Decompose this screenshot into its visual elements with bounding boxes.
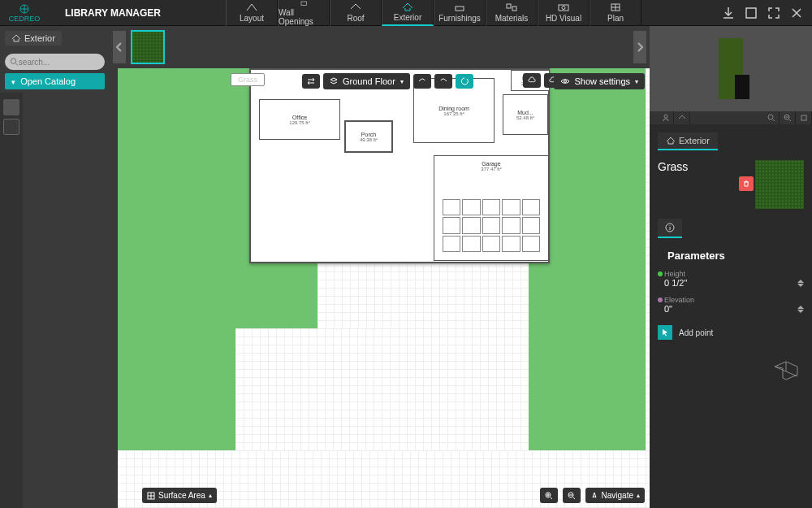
svg-point-10: [564, 80, 566, 83]
svg-point-6: [562, 7, 565, 10]
mini-tab-1[interactable]: [658, 111, 674, 124]
surface-label: Grass: [231, 73, 265, 86]
house-icon: [666, 137, 676, 145]
show-settings-button[interactable]: Show settings ▾: [554, 73, 645, 89]
height-spinner[interactable]: [797, 280, 804, 287]
zoom-out-button[interactable]: [563, 488, 581, 503]
svg-rect-2: [456, 7, 464, 11]
tool-materials[interactable]: Materials: [486, 0, 538, 26]
open-catalog-button[interactable]: ▾ Open Catalog: [5, 73, 105, 89]
height-value[interactable]: 0 1/2": [664, 278, 687, 288]
room-office[interactable]: Office129.75 ft²: [259, 99, 340, 140]
svg-rect-1: [301, 2, 307, 6]
panel-title: Grass: [658, 160, 749, 173]
app-logo[interactable]: CEDREO: [0, 0, 49, 26]
cursor-icon: [661, 328, 669, 336]
tool-exterior[interactable]: Exterior: [382, 0, 434, 26]
delete-material-button[interactable]: [739, 176, 754, 191]
panel-tab-exterior[interactable]: Exterior: [658, 132, 718, 150]
elevation-label: Elevation: [664, 296, 804, 304]
zoom-in-button[interactable]: [540, 488, 558, 503]
mini-zoom-out[interactable]: [780, 111, 796, 124]
navigate-button[interactable]: Navigate ▴: [585, 488, 645, 503]
layers-icon: [330, 77, 338, 85]
save-icon[interactable]: [744, 6, 758, 20]
floor-selector[interactable]: Ground Floor ▾: [323, 73, 410, 89]
grid-icon: [147, 492, 155, 500]
height-label: Height: [664, 270, 804, 278]
plan-preview[interactable]: [650, 26, 812, 111]
design-canvas[interactable]: Office129.75 ft² Porch49.38 ft² Dining r…: [110, 68, 650, 508]
thumb-next[interactable]: [633, 31, 646, 63]
svg-point-9: [11, 59, 15, 63]
cloud-sync-button[interactable]: [523, 73, 541, 88]
svg-rect-17: [801, 115, 806, 120]
tool-furnishings[interactable]: Furnishings: [434, 0, 486, 26]
svg-rect-3: [507, 4, 511, 8]
refresh-button[interactable]: [456, 74, 473, 89]
compass-icon: [590, 492, 598, 500]
redo-button[interactable]: [434, 74, 452, 89]
material-swatch[interactable]: [755, 160, 804, 209]
tool-plan[interactable]: Plan: [590, 0, 641, 26]
tool-roof[interactable]: Roof: [330, 0, 382, 26]
view-tool-2[interactable]: [3, 119, 19, 135]
add-point-button[interactable]: [658, 325, 672, 340]
surface-area-button[interactable]: Surface Area ▴: [142, 488, 217, 503]
elevation-value[interactable]: 0": [664, 304, 672, 314]
svg-point-14: [664, 115, 667, 118]
info-tab[interactable]: [658, 219, 682, 238]
info-icon: [665, 223, 675, 232]
svg-rect-4: [512, 7, 516, 11]
texture-thumb-grass[interactable]: [131, 30, 165, 64]
swap-button[interactable]: [302, 74, 320, 89]
tool-layout[interactable]: Layout: [226, 0, 278, 26]
room-porch[interactable]: Porch49.38 ft²: [344, 120, 393, 153]
mini-tab-2[interactable]: [674, 111, 690, 124]
svg-rect-8: [746, 8, 756, 18]
room-garage[interactable]: Garage377.47 ft²: [434, 155, 549, 261]
floor-plan[interactable]: Office129.75 ft² Porch49.38 ft² Dining r…: [249, 68, 550, 263]
elevation-spinner[interactable]: [797, 306, 804, 313]
sidebar-tab-exterior[interactable]: Exterior: [5, 31, 62, 46]
view-tool-1[interactable]: [3, 99, 19, 115]
section-title: LIBRARY MANAGER: [49, 7, 177, 19]
mini-zoom-in[interactable]: [763, 111, 780, 124]
tool-hd-visual[interactable]: HD Visual: [538, 0, 590, 26]
search-icon: [10, 57, 19, 67]
svg-point-15: [768, 115, 773, 119]
search-input[interactable]: [5, 54, 105, 70]
thumb-prev[interactable]: [113, 31, 126, 63]
tool-wall-openings[interactable]: Wall Openings: [278, 0, 330, 26]
parameters-heading: Parameters: [658, 250, 804, 262]
download-icon[interactable]: [721, 6, 736, 20]
house-icon: [11, 34, 21, 42]
eye-icon: [560, 77, 570, 85]
undo-button[interactable]: [413, 74, 431, 89]
close-icon[interactable]: [789, 6, 804, 20]
mini-tab-5[interactable]: [796, 111, 812, 124]
room-mud[interactable]: Mud...52.48 ft²: [503, 94, 548, 135]
add-point-label: Add point: [679, 328, 713, 337]
box-3d-icon: [771, 360, 801, 381]
trash-icon: [742, 180, 750, 188]
fullscreen-icon[interactable]: [767, 6, 781, 20]
